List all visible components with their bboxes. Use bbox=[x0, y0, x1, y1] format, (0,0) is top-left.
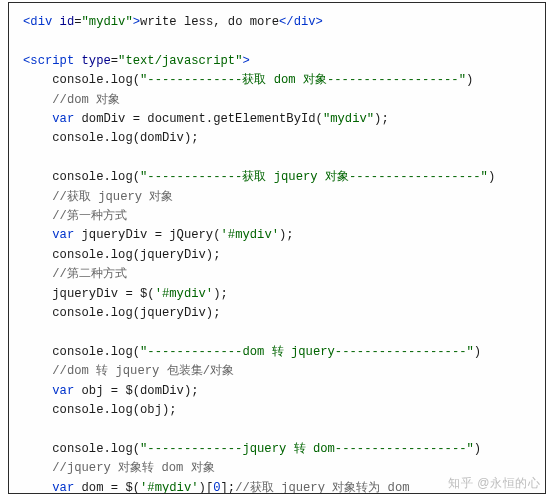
code-line: var jqueryDiv = jQuery('#mydiv'); bbox=[23, 228, 294, 242]
code-token: type bbox=[82, 54, 111, 68]
code-line: console.log(obj); bbox=[23, 403, 177, 417]
code-token: console.log(jqueryDiv); bbox=[52, 306, 220, 320]
code-token: = bbox=[111, 54, 118, 68]
code-line: console.log("-------------jquery 转 dom--… bbox=[23, 442, 481, 456]
code-token: var bbox=[52, 112, 81, 126]
code-token: id bbox=[60, 15, 75, 29]
code-box: <div id="mydiv">write less, do more</div… bbox=[8, 2, 546, 494]
code-token bbox=[23, 326, 30, 340]
code-token: //jquery 对象转 dom 对象 bbox=[52, 461, 214, 475]
code-token: ) bbox=[488, 170, 495, 184]
code-line bbox=[23, 151, 30, 165]
code-line: var obj = $(domDiv); bbox=[23, 384, 199, 398]
code-token: "-------------获取 dom 对象-----------------… bbox=[140, 73, 466, 87]
code-line: //dom 转 jquery 包装集/对象 bbox=[23, 364, 234, 378]
code-token: ); bbox=[374, 112, 389, 126]
code-token bbox=[23, 34, 30, 48]
code-token: var bbox=[52, 228, 81, 242]
code-token: ) bbox=[474, 345, 481, 359]
code-token: "-------------获取 jquery 对象--------------… bbox=[140, 170, 488, 184]
code-token: '#mydiv' bbox=[221, 228, 280, 242]
code-token: //dom 对象 bbox=[52, 93, 120, 107]
code-token: console.log(domDiv); bbox=[52, 131, 198, 145]
code-line: console.log(jqueryDiv); bbox=[23, 306, 220, 320]
code-token: console.log( bbox=[52, 345, 140, 359]
code-line bbox=[23, 423, 30, 437]
code-token: <div bbox=[23, 15, 60, 29]
code-token: obj = $(domDiv); bbox=[82, 384, 199, 398]
code-token: console.log(jqueryDiv); bbox=[52, 248, 220, 262]
code-token: jqueryDiv = $( bbox=[52, 287, 154, 301]
code-token: console.log( bbox=[52, 73, 140, 87]
code-token: ) bbox=[474, 442, 481, 456]
code-token: ) bbox=[466, 73, 473, 87]
code-token: ); bbox=[279, 228, 294, 242]
code-line: jqueryDiv = $('#mydiv'); bbox=[23, 287, 228, 301]
code-line: //第一种方式 bbox=[23, 209, 127, 223]
code-token: "-------------dom 转 jquery--------------… bbox=[140, 345, 474, 359]
code-token: console.log(obj); bbox=[52, 403, 176, 417]
code-line: //jquery 对象转 dom 对象 bbox=[23, 461, 215, 475]
code-token: write less, do more bbox=[140, 15, 279, 29]
code-line: console.log(domDiv); bbox=[23, 131, 199, 145]
code-line: //获取 jquery 对象 bbox=[23, 190, 173, 204]
code-token: //获取 jquery 对象 bbox=[52, 190, 173, 204]
viewport: <div id="mydiv">write less, do more</div… bbox=[0, 0, 554, 500]
code-token: '#mydiv' bbox=[140, 481, 199, 494]
code-token: //dom 转 jquery 包装集/对象 bbox=[52, 364, 234, 378]
code-token: dom = $( bbox=[82, 481, 141, 494]
code-line: //dom 对象 bbox=[23, 93, 120, 107]
code-line: //第二种方式 bbox=[23, 267, 127, 281]
code-token: console.log( bbox=[52, 170, 140, 184]
code-token: ); bbox=[213, 287, 228, 301]
watermark: 知乎 @永恒的心 bbox=[448, 475, 540, 492]
code-token: 0 bbox=[213, 481, 220, 494]
code-line: console.log("-------------dom 转 jquery--… bbox=[23, 345, 481, 359]
code-line: <script type="text/javascript"> bbox=[23, 54, 250, 68]
code-token: //第一种方式 bbox=[52, 209, 127, 223]
code-token bbox=[23, 423, 30, 437]
code-block: <div id="mydiv">write less, do more</div… bbox=[23, 13, 531, 494]
code-token: //第二种方式 bbox=[52, 267, 127, 281]
code-token: jqueryDiv = jQuery( bbox=[82, 228, 221, 242]
code-token: ]; bbox=[221, 481, 236, 494]
code-token: //获取 jquery 对象转为 dom bbox=[235, 481, 409, 494]
code-line bbox=[23, 326, 30, 340]
code-line: console.log("-------------获取 jquery 对象--… bbox=[23, 170, 495, 184]
code-token: '#mydiv' bbox=[155, 287, 214, 301]
code-line: var domDiv = document.getElementById("my… bbox=[23, 112, 389, 126]
code-line bbox=[23, 34, 30, 48]
code-token: > bbox=[242, 54, 249, 68]
code-token: "-------------jquery 转 dom--------------… bbox=[140, 442, 474, 456]
code-token: )[ bbox=[199, 481, 214, 494]
code-token: "mydiv" bbox=[82, 15, 133, 29]
code-token: "text/javascript" bbox=[118, 54, 242, 68]
code-token: var bbox=[52, 481, 81, 494]
code-token: = bbox=[74, 15, 81, 29]
code-line: <div id="mydiv">write less, do more</div… bbox=[23, 15, 323, 29]
code-token: var bbox=[52, 384, 81, 398]
code-line: console.log("-------------获取 dom 对象-----… bbox=[23, 73, 473, 87]
code-token: </div> bbox=[279, 15, 323, 29]
code-token: <script bbox=[23, 54, 82, 68]
code-token: > bbox=[133, 15, 140, 29]
code-line: var dom = $('#mydiv')[0];//获取 jquery 对象转… bbox=[23, 481, 410, 494]
code-token: console.log( bbox=[52, 442, 140, 456]
code-token: "mydiv" bbox=[323, 112, 374, 126]
code-line: console.log(jqueryDiv); bbox=[23, 248, 220, 262]
code-token: domDiv = document.getElementById( bbox=[82, 112, 323, 126]
code-token bbox=[23, 151, 30, 165]
